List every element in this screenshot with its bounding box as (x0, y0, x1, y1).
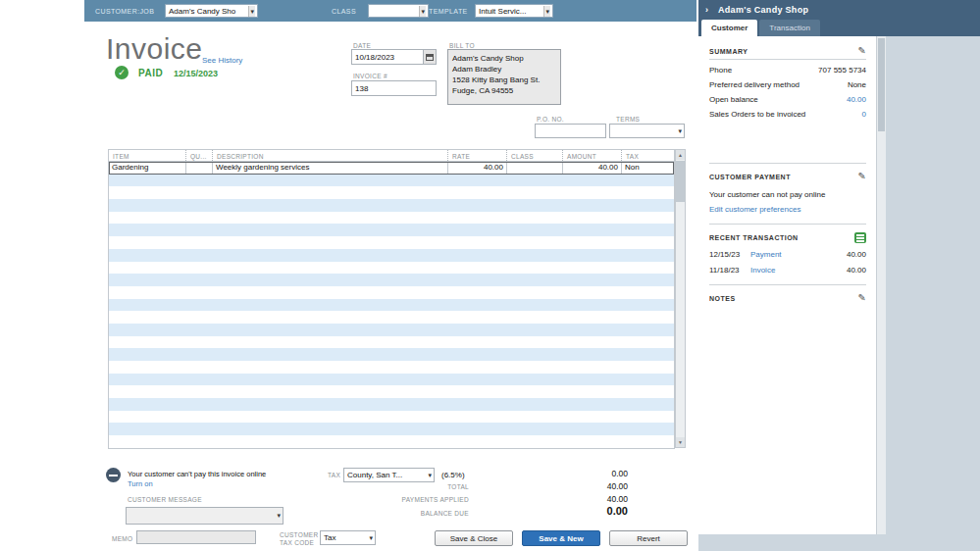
cell-rate[interactable] (447, 324, 506, 336)
cell-item[interactable] (109, 385, 185, 398)
cell-tax[interactable] (621, 361, 676, 374)
cell-item[interactable] (109, 348, 185, 361)
po-number-field[interactable] (535, 124, 606, 138)
invoice-table-row[interactable] (109, 199, 674, 212)
cell-tax[interactable] (621, 175, 676, 187)
invoice-table-row[interactable] (109, 262, 674, 275)
cell-class[interactable] (506, 199, 562, 212)
cell-item[interactable] (109, 374, 185, 386)
cell-amount[interactable] (562, 361, 621, 374)
cell-description[interactable] (212, 224, 447, 236)
cell-amount[interactable] (562, 385, 621, 398)
cell-amount[interactable] (562, 212, 621, 225)
cell-class[interactable] (506, 374, 562, 386)
cell-class[interactable] (506, 274, 562, 286)
cell-qty[interactable] (185, 175, 212, 187)
cell-description[interactable] (212, 398, 447, 411)
cell-description[interactable] (212, 411, 447, 424)
cell-rate[interactable] (447, 224, 506, 236)
cell-tax[interactable] (621, 398, 676, 411)
save-close-button[interactable]: Save & Close (435, 530, 513, 546)
cell-tax[interactable] (621, 374, 676, 386)
collapse-panel-icon[interactable]: › (705, 0, 708, 20)
scroll-down-icon[interactable]: ▼ (676, 437, 685, 447)
cell-amount[interactable] (562, 274, 621, 286)
cell-rate[interactable] (447, 411, 506, 424)
invoice-table-row[interactable] (109, 336, 674, 349)
cell-amount[interactable] (562, 286, 621, 299)
cell-rate[interactable] (447, 175, 506, 187)
cell-class[interactable] (506, 348, 562, 361)
cell-tax[interactable] (621, 286, 676, 299)
revert-button[interactable]: Revert (609, 530, 688, 546)
cell-amount[interactable] (562, 311, 621, 324)
cell-rate[interactable] (447, 336, 506, 349)
invoice-table-row[interactable] (109, 423, 674, 435)
cell-description[interactable] (212, 212, 447, 225)
cell-rate[interactable] (447, 361, 506, 374)
cell-description[interactable] (212, 374, 447, 386)
cell-class[interactable] (506, 361, 562, 374)
cell-description[interactable] (212, 336, 447, 349)
cell-tax[interactable] (621, 224, 676, 236)
cell-tax[interactable] (621, 274, 676, 286)
cell-qty[interactable] (185, 423, 212, 435)
cell-qty[interactable] (185, 411, 212, 424)
invoice-table-row[interactable] (109, 348, 674, 361)
invoice-table-row[interactable] (109, 236, 674, 249)
cell-description[interactable] (212, 262, 447, 275)
cell-rate[interactable] (447, 385, 506, 398)
cell-item[interactable] (109, 249, 185, 262)
cell-amount[interactable] (562, 423, 621, 435)
cell-amount[interactable] (562, 249, 621, 262)
cell-class[interactable] (506, 435, 562, 448)
cell-rate[interactable] (447, 236, 506, 249)
date-field[interactable]: 10/18/2023 (351, 49, 437, 65)
cell-amount[interactable] (562, 186, 621, 199)
cell-qty[interactable] (185, 336, 212, 349)
cell-item[interactable] (109, 311, 185, 324)
transaction-type-link[interactable]: Payment (747, 250, 847, 259)
cell-qty[interactable] (185, 236, 212, 249)
cell-class[interactable] (506, 236, 562, 249)
cell-qty[interactable] (185, 274, 212, 286)
cell-tax[interactable] (621, 199, 676, 212)
column-header-description[interactable]: DESCRIPTION (212, 150, 447, 161)
cell-amount[interactable] (562, 336, 621, 349)
cell-class[interactable] (506, 385, 562, 398)
cell-item[interactable] (109, 286, 185, 299)
cell-class[interactable] (506, 411, 562, 424)
cell-amount[interactable] (562, 398, 621, 411)
cell-class[interactable] (506, 299, 562, 312)
cell-qty[interactable] (185, 398, 212, 411)
cell-qty[interactable] (185, 435, 212, 448)
cell-rate[interactable]: 40.00 (447, 162, 506, 175)
transaction-report-icon[interactable] (854, 232, 866, 243)
cell-amount[interactable] (562, 224, 621, 236)
invoice-table-row[interactable] (109, 224, 674, 236)
cell-amount[interactable] (562, 175, 621, 187)
invoice-table-row[interactable] (109, 175, 674, 187)
turn-on-link[interactable]: Turn on (128, 479, 153, 488)
cell-item[interactable] (109, 199, 185, 212)
cell-amount[interactable]: 40.00 (562, 162, 621, 175)
cell-class[interactable] (506, 286, 562, 299)
invoice-table-row[interactable] (109, 385, 674, 398)
scrollbar-thumb[interactable] (676, 161, 685, 202)
scroll-up-icon[interactable]: ▲ (676, 150, 685, 160)
invoice-table-row[interactable] (109, 435, 674, 448)
cell-description[interactable] (212, 324, 447, 336)
open-balance-link[interactable]: 40.00 (847, 95, 866, 104)
cell-tax[interactable] (621, 385, 676, 398)
cell-class[interactable] (506, 175, 562, 187)
cell-item[interactable] (109, 411, 185, 424)
cell-class[interactable] (506, 162, 562, 175)
cell-description[interactable] (212, 286, 447, 299)
edit-customer-preferences-link[interactable]: Edit customer preferences (709, 205, 866, 214)
cell-description[interactable] (212, 199, 447, 212)
tab-transaction[interactable]: Transaction (759, 20, 820, 36)
cell-item[interactable] (109, 224, 185, 236)
cell-description[interactable] (212, 385, 447, 398)
cell-amount[interactable] (562, 411, 621, 424)
cell-amount[interactable] (562, 199, 621, 212)
